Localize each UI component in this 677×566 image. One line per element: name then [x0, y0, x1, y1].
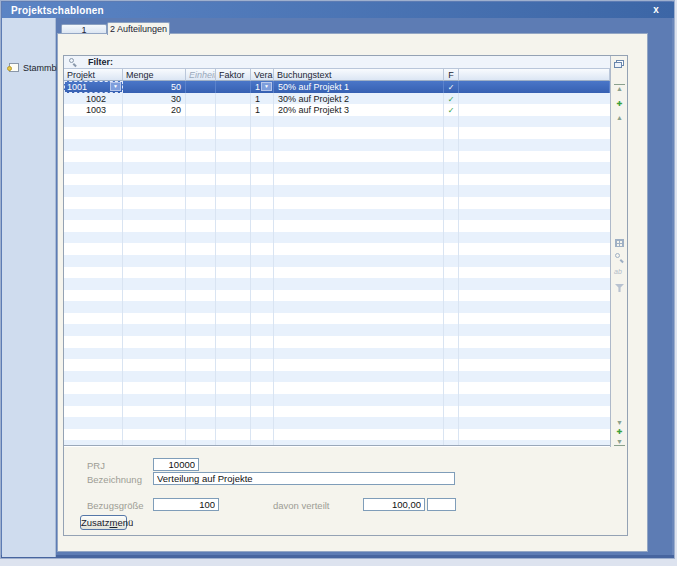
zusatzmenu-button[interactable]: Zusatzmenü — [80, 515, 127, 530]
table-row[interactable] — [64, 232, 610, 244]
insert-row-icon[interactable]: ✚ — [614, 100, 625, 108]
cell-menge — [123, 382, 186, 394]
table-row[interactable] — [64, 116, 610, 128]
davon-verteilt-extra-field[interactable] — [427, 498, 456, 511]
table-row[interactable] — [64, 220, 610, 232]
column-header[interactable]: F — [444, 69, 459, 81]
table-row[interactable] — [64, 394, 610, 406]
cell-menge — [123, 197, 186, 209]
ab-sort-icon[interactable]: ab — [614, 268, 622, 275]
table-row[interactable] — [64, 127, 610, 139]
scroll-last-icon[interactable]: ▼ — [614, 438, 625, 446]
table-row[interactable] — [64, 359, 610, 371]
column-header[interactable]: Vera — [251, 69, 274, 81]
cell-buchungstext: 50% auf Projekt 1 — [274, 81, 444, 93]
cell-vera — [251, 209, 274, 221]
table-row[interactable] — [64, 139, 610, 151]
table-row[interactable] — [64, 278, 610, 290]
cell-buchungstext — [274, 348, 444, 360]
table-row[interactable] — [64, 313, 610, 325]
table-row[interactable] — [64, 197, 610, 209]
scroll-up-icon[interactable]: ▲ — [614, 114, 625, 121]
table-row[interactable] — [64, 429, 610, 441]
table-row[interactable] — [64, 209, 610, 221]
cell-buchungstext — [274, 232, 444, 244]
projekt-dropdown-button[interactable]: ▼ — [110, 82, 121, 91]
cell-einheit — [186, 209, 216, 221]
table-row[interactable] — [64, 255, 610, 267]
bezeichnung-field[interactable] — [153, 472, 455, 485]
cell-faktor — [216, 243, 251, 255]
table-row[interactable]: 100320120% auf Projekt 3✓ — [64, 104, 610, 116]
table-row[interactable] — [64, 406, 610, 418]
cell-vera — [251, 174, 274, 186]
cell-projekt — [64, 301, 123, 313]
cell-buchungstext — [274, 151, 444, 163]
column-chooser-icon[interactable] — [614, 60, 625, 69]
cell-filler — [459, 440, 610, 446]
table-row[interactable] — [64, 440, 610, 446]
cell-menge — [123, 232, 186, 244]
cell-faktor — [216, 440, 251, 446]
filter-funnel-icon[interactable] — [615, 284, 624, 292]
cell-vera — [251, 232, 274, 244]
table-row[interactable] — [64, 324, 610, 336]
table-row[interactable] — [64, 151, 610, 163]
table-row[interactable] — [64, 336, 610, 348]
prj-field[interactable] — [153, 458, 199, 471]
cell-f — [444, 151, 459, 163]
cell-menge — [123, 185, 186, 197]
table-row[interactable] — [64, 267, 610, 279]
scroll-down-icon[interactable]: ▼ — [614, 419, 625, 426]
cell-einheit — [186, 359, 216, 371]
cell-vera — [251, 382, 274, 394]
cell-menge — [123, 162, 186, 174]
append-row-icon[interactable]: ✚ — [614, 428, 625, 436]
cell-f: ✓ — [444, 104, 459, 116]
table-row[interactable] — [64, 417, 610, 429]
scroll-first-icon[interactable]: ▲ — [614, 84, 625, 92]
vera-dropdown-button[interactable]: ▼ — [261, 82, 272, 91]
close-icon[interactable]: x — [649, 4, 663, 17]
table-row[interactable] — [64, 290, 610, 302]
table-row[interactable] — [64, 382, 610, 394]
window-title: Projektschablonen — [2, 5, 104, 16]
table-row[interactable] — [64, 174, 610, 186]
app-window: Projektschablonen x Stammblatt 1 Allgeme… — [0, 0, 675, 559]
cell-filler — [459, 127, 610, 139]
checkmark-icon: ✓ — [448, 83, 455, 92]
table-row[interactable]: 100230130% auf Projekt 2✓ — [64, 93, 610, 105]
bezugsgroesse-field[interactable] — [153, 498, 219, 511]
table-row[interactable] — [64, 301, 610, 313]
column-header[interactable]: Menge — [123, 69, 186, 81]
table-row[interactable]: 1001▼501▼50% auf Projekt 1✓ — [64, 81, 610, 93]
filter-bar[interactable]: Filter: — [64, 56, 610, 69]
column-header[interactable]: Projekt — [64, 69, 123, 81]
cell-filler — [459, 93, 610, 105]
cell-vera — [251, 394, 274, 406]
table-row[interactable] — [64, 185, 610, 197]
table-row[interactable] — [64, 371, 610, 383]
tab-aufteilungen[interactable]: 2 Aufteilungen — [107, 22, 170, 35]
column-header[interactable]: Einheit — [186, 69, 216, 81]
cell-faktor — [216, 162, 251, 174]
cell-vera: 1 — [251, 93, 274, 105]
grid-view-icon[interactable] — [615, 239, 624, 247]
column-header[interactable]: Buchungstext — [274, 69, 444, 81]
search-icon — [69, 58, 77, 66]
cell-faktor — [216, 197, 251, 209]
table-row[interactable] — [64, 243, 610, 255]
cell-menge — [123, 220, 186, 232]
zoom-search-icon[interactable] — [615, 253, 624, 262]
table-row[interactable] — [64, 348, 610, 360]
cell-filler — [459, 278, 610, 290]
cell-projekt — [64, 220, 123, 232]
cell-f — [444, 220, 459, 232]
column-header[interactable]: Faktor — [216, 69, 251, 81]
cell-buchungstext — [274, 394, 444, 406]
table-row[interactable] — [64, 162, 610, 174]
cell-vera — [251, 197, 274, 209]
cell-menge — [123, 406, 186, 418]
davon-verteilt-field[interactable] — [363, 498, 425, 511]
cell-projekt — [64, 313, 123, 325]
